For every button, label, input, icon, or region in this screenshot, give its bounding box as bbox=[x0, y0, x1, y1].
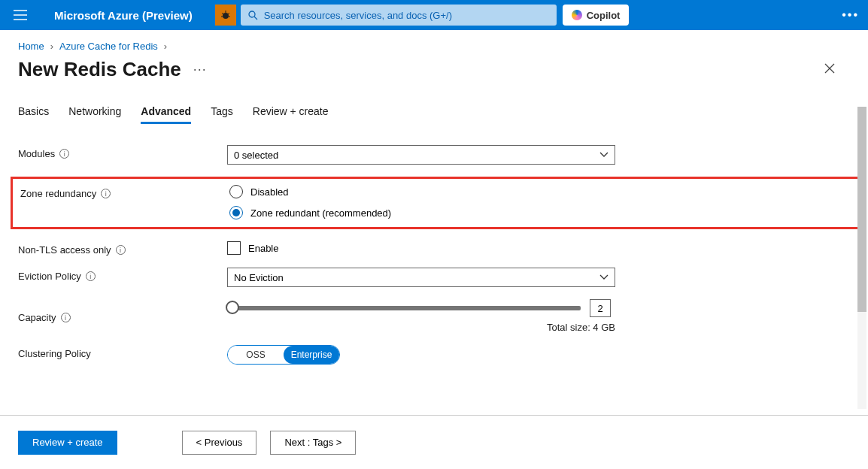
info-icon[interactable]: i bbox=[86, 271, 96, 281]
scrollbar[interactable] bbox=[857, 107, 866, 409]
tabs: Basics Networking Advanced Tags Review +… bbox=[18, 105, 839, 124]
top-header: Microsoft Azure (Preview) Search resourc… bbox=[0, 0, 868, 30]
eviction-label: Eviction Policy bbox=[18, 271, 81, 282]
tab-tags[interactable]: Tags bbox=[211, 105, 233, 124]
close-icon[interactable] bbox=[824, 62, 835, 77]
radio-icon bbox=[229, 185, 243, 198]
eviction-value: No Eviction bbox=[234, 272, 284, 283]
slider-thumb[interactable] bbox=[226, 301, 239, 314]
row-eviction: Eviction Policy i No Eviction bbox=[18, 268, 839, 287]
total-size-label: Total size: 4 GB bbox=[227, 322, 615, 333]
clustering-enterprise[interactable]: Enterprise bbox=[284, 346, 339, 364]
menu-icon[interactable] bbox=[9, 10, 32, 20]
svg-point-3 bbox=[223, 13, 229, 19]
svg-line-6 bbox=[228, 13, 229, 14]
non-tls-label: Non-TLS access only bbox=[18, 244, 111, 256]
breadcrumb-item[interactable]: Azure Cache for Redis bbox=[59, 41, 158, 52]
copilot-icon bbox=[572, 10, 582, 20]
svg-line-10 bbox=[254, 17, 257, 20]
info-icon[interactable]: i bbox=[61, 313, 71, 322]
next-button[interactable]: Next : Tags > bbox=[270, 431, 356, 455]
chevron-down-icon bbox=[599, 152, 609, 158]
checkbox-label: Enable bbox=[248, 243, 278, 254]
zone-redundancy-label: Zone redundancy bbox=[20, 188, 96, 199]
footer-bar: Review + create < Previous Next : Tags > bbox=[0, 415, 868, 469]
svg-point-9 bbox=[249, 11, 255, 17]
modules-value: 0 selected bbox=[234, 150, 278, 161]
svg-line-5 bbox=[222, 13, 223, 14]
page-title: New Redis Cache bbox=[18, 58, 181, 81]
tab-review[interactable]: Review + create bbox=[253, 105, 329, 124]
capacity-label: Capacity bbox=[18, 312, 56, 323]
search-placeholder: Search resources, services, and docs (G+… bbox=[264, 10, 452, 21]
capacity-input[interactable] bbox=[590, 299, 611, 317]
copilot-button[interactable]: Copilot bbox=[563, 5, 630, 26]
chevron-right-icon: › bbox=[164, 41, 167, 52]
breadcrumb-home[interactable]: Home bbox=[18, 41, 44, 52]
eviction-dropdown[interactable]: No Eviction bbox=[227, 268, 615, 287]
zone-redundant-radio[interactable]: Zone redundant (recommended) bbox=[229, 206, 621, 219]
modules-dropdown[interactable]: 0 selected bbox=[227, 145, 615, 165]
info-icon[interactable]: i bbox=[101, 189, 111, 198]
radio-label: Disabled bbox=[250, 186, 289, 198]
brand-label[interactable]: Microsoft Azure (Preview) bbox=[54, 9, 193, 22]
capacity-slider[interactable] bbox=[227, 306, 581, 310]
breadcrumb: Home › Azure Cache for Redis › bbox=[0, 30, 868, 52]
title-bar: New Redis Cache ··· bbox=[0, 52, 868, 81]
row-modules: Modules i 0 selected bbox=[18, 145, 839, 165]
clustering-toggle: OSS Enterprise bbox=[227, 345, 340, 365]
tab-advanced[interactable]: Advanced bbox=[141, 105, 191, 124]
search-icon bbox=[248, 11, 258, 20]
tab-networking[interactable]: Networking bbox=[68, 105, 121, 124]
bug-icon[interactable] bbox=[215, 5, 236, 26]
row-non-tls: Non-TLS access only i Enable bbox=[18, 241, 839, 256]
copilot-label: Copilot bbox=[587, 10, 621, 21]
non-tls-checkbox[interactable] bbox=[227, 241, 241, 255]
chevron-down-icon bbox=[599, 274, 609, 280]
highlighted-region: Zone redundancy i Disabled Zone redundan… bbox=[11, 177, 857, 229]
radio-label: Zone redundant (recommended) bbox=[250, 207, 391, 219]
row-capacity: Capacity i Total size: 4 GB bbox=[18, 299, 839, 333]
clustering-oss[interactable]: OSS bbox=[228, 346, 284, 364]
radio-icon bbox=[229, 206, 243, 219]
tab-basics[interactable]: Basics bbox=[18, 105, 49, 124]
zone-disabled-radio[interactable]: Disabled bbox=[229, 185, 621, 198]
modules-label: Modules bbox=[18, 148, 55, 159]
review-create-button[interactable]: Review + create bbox=[18, 431, 117, 455]
more-menu-icon[interactable]: ••• bbox=[842, 8, 859, 22]
title-more-icon[interactable]: ··· bbox=[193, 62, 207, 77]
info-icon[interactable]: i bbox=[59, 149, 69, 159]
previous-button[interactable]: < Previous bbox=[182, 431, 257, 455]
row-clustering: Clustering Policy OSS Enterprise bbox=[18, 345, 839, 365]
scrollbar-thumb[interactable] bbox=[857, 107, 866, 312]
info-icon[interactable]: i bbox=[116, 245, 126, 255]
chevron-right-icon: › bbox=[50, 41, 53, 52]
clustering-label: Clustering Policy bbox=[18, 348, 91, 359]
search-input[interactable]: Search resources, services, and docs (G+… bbox=[241, 5, 557, 26]
